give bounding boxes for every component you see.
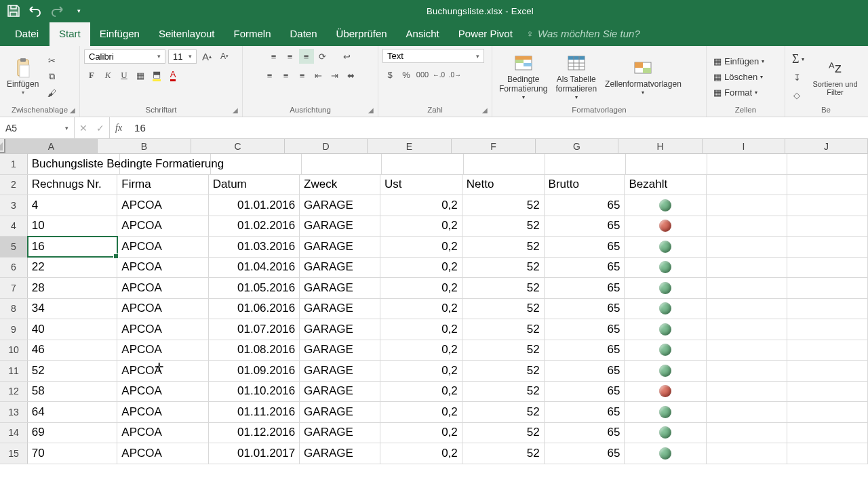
redo-icon[interactable] <box>49 3 65 19</box>
cell[interactable]: 65 <box>545 237 625 257</box>
cell[interactable]: 65 <box>545 443 625 464</box>
cell-status[interactable] <box>625 382 707 402</box>
cell[interactable] <box>211 154 302 174</box>
cell[interactable]: 22 <box>28 258 117 278</box>
cells-delete-button[interactable]: ▦Löschen▾ <box>711 70 767 83</box>
grow-font-icon[interactable]: A▴ <box>199 49 214 64</box>
cell-header[interactable]: Rechnugs Nr. <box>28 175 117 195</box>
cell[interactable] <box>707 299 787 319</box>
cell[interactable] <box>707 195 787 216</box>
cell[interactable]: GARAGE <box>300 340 380 361</box>
cell-status[interactable] <box>625 340 707 361</box>
cell[interactable] <box>787 154 868 174</box>
format-painter-icon[interactable]: 🖌 <box>44 85 59 100</box>
cell[interactable]: 0,2 <box>380 278 462 298</box>
cell[interactable] <box>787 319 868 340</box>
cell[interactable]: 28 <box>28 278 117 298</box>
col-header-B[interactable]: B <box>98 139 191 153</box>
cell[interactable]: 01.04.2016 <box>209 258 300 278</box>
cell[interactable]: 65 <box>545 382 625 402</box>
cell[interactable]: 65 <box>545 195 625 216</box>
copy-icon[interactable]: ⧉ <box>44 69 59 84</box>
dialog-launcher-icon[interactable]: ◢ <box>482 106 488 114</box>
align-center-icon[interactable]: ≡ <box>279 68 294 83</box>
cell-status[interactable] <box>625 237 707 257</box>
cell-header[interactable]: Datum <box>209 175 300 195</box>
cell[interactable] <box>787 361 868 381</box>
cell-status[interactable] <box>625 319 707 340</box>
cell[interactable] <box>787 443 868 464</box>
worksheet-grid[interactable]: ABCDEFGHIJ 1Buchungsliste Bedingte Forma… <box>0 139 868 464</box>
cell[interactable]: 01.01.2016 <box>209 195 300 216</box>
cell[interactable]: 0,2 <box>380 299 462 319</box>
cell[interactable]: 52 <box>462 216 545 237</box>
cell[interactable]: APCOA <box>117 423 208 443</box>
cell[interactable] <box>787 278 868 298</box>
font-color-icon[interactable]: A <box>165 68 180 83</box>
orientation-icon[interactable]: ⟳ <box>315 49 330 64</box>
row-header[interactable]: 7 <box>0 278 28 298</box>
align-middle-icon[interactable]: ≡ <box>283 49 298 64</box>
cell-header[interactable]: Netto <box>462 175 545 195</box>
align-left-icon[interactable]: ≡ <box>262 68 277 83</box>
cell[interactable] <box>707 340 787 361</box>
clear-icon[interactable]: ◇ <box>789 88 804 103</box>
tab-file[interactable]: Datei <box>4 22 50 46</box>
cell[interactable] <box>787 237 868 257</box>
cut-icon[interactable]: ✂ <box>44 53 59 68</box>
cell-header[interactable]: Bezahlt <box>625 175 707 195</box>
cell[interactable] <box>464 154 545 174</box>
dialog-launcher-icon[interactable]: ◢ <box>70 106 75 114</box>
cell[interactable]: 65 <box>545 361 625 381</box>
cell-status[interactable] <box>625 195 707 216</box>
fill-color-icon[interactable]: ⬒ <box>149 68 164 83</box>
cell-status[interactable] <box>625 443 707 464</box>
formula-bar[interactable]: fx16 <box>110 117 868 138</box>
cell[interactable]: 0,2 <box>380 361 462 381</box>
cell[interactable]: GARAGE <box>300 216 380 237</box>
cell[interactable]: 01.02.2016 <box>209 216 300 237</box>
cell[interactable] <box>120 154 211 174</box>
percent-format-icon[interactable]: % <box>399 67 414 82</box>
cell[interactable] <box>787 258 868 278</box>
cell[interactable] <box>382 154 463 174</box>
tab-ansicht[interactable]: Ansicht <box>397 22 449 46</box>
cell[interactable]: 0,2 <box>380 340 462 361</box>
cell-status[interactable] <box>625 216 707 237</box>
cell[interactable]: GARAGE <box>300 195 380 216</box>
cell[interactable]: 0,2 <box>380 443 462 464</box>
cell[interactable]: GARAGE <box>300 299 380 319</box>
cell[interactable] <box>707 258 787 278</box>
tab-daten[interactable]: Daten <box>281 22 327 46</box>
borders-icon[interactable]: ▦ <box>133 68 148 83</box>
cell[interactable]: GARAGE <box>300 423 380 443</box>
cell[interactable] <box>707 175 787 195</box>
cell-status[interactable] <box>625 278 707 298</box>
cell[interactable]: 65 <box>545 278 625 298</box>
cell[interactable]: 52 <box>462 443 545 464</box>
cell[interactable] <box>302 154 382 174</box>
cell[interactable]: 52 <box>462 278 545 298</box>
cell[interactable] <box>787 402 868 422</box>
cell[interactable] <box>787 195 868 216</box>
tab-formeln[interactable]: Formeln <box>224 22 281 46</box>
italic-button[interactable]: K <box>100 68 115 83</box>
cell[interactable]: GARAGE <box>300 361 380 381</box>
cell[interactable]: GARAGE <box>300 258 380 278</box>
cell[interactable]: GARAGE <box>300 443 380 464</box>
row-header[interactable]: 11 <box>0 361 28 381</box>
cell-status[interactable] <box>625 299 707 319</box>
cells-insert-button[interactable]: ▦Einfügen▾ <box>711 55 767 68</box>
cell[interactable]: 01.07.2016 <box>209 319 300 340</box>
fill-icon[interactable]: ↧ <box>789 70 804 85</box>
cell[interactable]: 52 <box>462 402 545 422</box>
number-format-combo[interactable]: Text▾ <box>382 49 484 63</box>
cell[interactable] <box>626 154 707 174</box>
select-all-corner[interactable] <box>0 139 5 153</box>
cell[interactable]: GARAGE <box>300 319 380 340</box>
tab-überprüfen[interactable]: Überprüfen <box>327 22 397 46</box>
row-header[interactable]: 9 <box>0 319 28 340</box>
cell-header[interactable]: Firma <box>117 175 208 195</box>
cell[interactable] <box>707 402 787 422</box>
cell[interactable]: APCOA <box>117 299 208 319</box>
